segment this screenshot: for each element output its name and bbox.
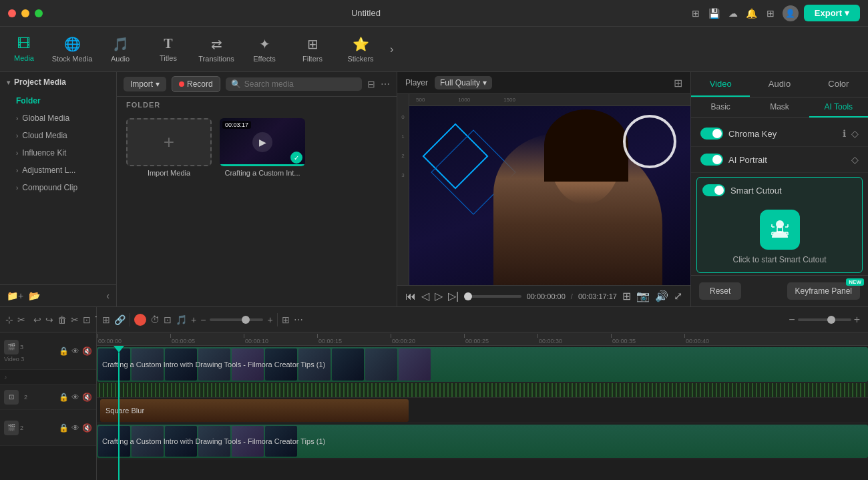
tl-grid-icon[interactable]: ⊞ [282,314,290,325]
close-button[interactable] [8,9,16,17]
crop-tool[interactable]: ⊡ [83,314,91,325]
export-button[interactable]: Export ▾ [804,5,860,21]
video2-content[interactable]: Crafting a Custom Intro with Drawing Too… [97,425,868,458]
sidebar-item-influence-kit[interactable]: › Influence Kit [0,144,116,162]
import-button[interactable]: Import ▾ [124,77,166,91]
quality-select[interactable]: Full Quality ▾ [435,76,492,89]
volume-button[interactable]: 🔊 [655,290,668,302]
toolbar-stickers[interactable]: ⭐ Stickers [337,27,385,72]
toolbar-more-chevron[interactable]: › [385,43,399,55]
tl-audio-icon[interactable]: 🎵 [176,314,187,325]
blur-eye-icon[interactable]: 👁 [71,393,79,402]
chroma-key-toggle[interactable] [700,128,723,140]
add-folder-icon[interactable]: 📁+ [7,290,23,301]
subtab-mask[interactable]: Mask [750,97,809,117]
track2-eye-icon[interactable]: 👁 [71,423,79,433]
toolbar-titles[interactable]: T Titles [144,27,192,72]
open-folder-icon[interactable]: 📂 [29,290,40,301]
filter-icon[interactable]: ⊟ [367,79,375,89]
play-button[interactable]: ▷ [435,290,443,302]
toolbar-effects[interactable]: ✦ Effects [240,27,288,72]
reset-button[interactable]: Reset [699,282,741,300]
tl-add-track-icon[interactable]: ⊞ [102,314,110,325]
frame-forward-button[interactable]: ▷| [448,290,459,302]
grid-icon[interactable]: ⊞ [764,7,777,20]
aspect-ratio-button[interactable]: ⊞ [622,290,631,302]
minimize-button[interactable] [21,9,29,17]
tl-link-icon[interactable]: 🔗 [114,314,126,325]
ai-portrait-toggle[interactable] [700,154,723,166]
record-button[interactable]: Record [172,76,220,92]
zoom-in-button[interactable]: + [854,314,860,326]
user-avatar[interactable]: 👤 [783,5,799,21]
video-media-item[interactable]: ▶ 00:03:17 ✓ Crafting a Custom Int... [220,118,305,177]
select-tool[interactable]: ⊹ [5,314,13,325]
tl-dots-icon[interactable]: ⋯ [294,314,303,325]
project-media-section[interactable]: ▾ Project Media [0,72,116,92]
tab-video[interactable]: Video [691,72,750,97]
chroma-key-diamond-icon[interactable]: ◇ [851,128,859,139]
track2-lock-icon[interactable]: 🔒 [59,423,69,433]
timeline-scrubber[interactable] [464,295,521,298]
import-thumb[interactable]: + [126,118,212,166]
smart-cutout-toggle[interactable] [702,184,725,196]
sidebar-item-cloud-media[interactable]: › Cloud Media [0,127,116,144]
zoom-slider[interactable] [798,318,851,321]
toolbar-transitions[interactable]: ⇄ Transitions [192,27,240,72]
undo-tool[interactable]: ↩ [33,314,41,325]
sidebar-item-compound-clip[interactable]: › Compound Clip [0,179,116,196]
subtab-ai-tools[interactable]: AI Tools [809,97,868,117]
tl-mark-icon[interactable]: ⊡ [164,314,172,325]
track3-eye-icon[interactable]: 👁 [71,346,79,356]
toolbar-stock-media[interactable]: 🌐 Stock Media [48,27,96,72]
zoom-out-button[interactable]: − [789,314,795,326]
screen-icon[interactable]: ⊞ [689,7,702,20]
preview-settings-icon[interactable]: ⊞ [674,77,682,89]
tl-plus-icon[interactable]: + [267,314,272,325]
collapse-icon[interactable]: ‹ [106,290,110,301]
delete-tool[interactable]: 🗑 [57,314,67,325]
fullscreen-button[interactable]: ⤢ [674,290,682,302]
tab-audio[interactable]: Audio [750,72,809,97]
save-icon[interactable]: 💾 [708,7,721,20]
track2-mute-icon[interactable]: 🔇 [82,423,92,433]
chroma-key-info-icon[interactable]: ℹ [843,128,846,139]
sidebar-item-folder[interactable]: Folder [0,92,116,109]
snapshot-button[interactable]: 📷 [636,290,650,302]
tl-minus-icon[interactable]: − [200,314,206,325]
tab-color[interactable]: Color [809,72,868,97]
blur-lock-icon[interactable]: 🔒 [59,393,69,402]
timeline-volume-slider[interactable] [210,318,263,321]
ai-portrait-diamond-icon[interactable]: ◇ [851,154,859,165]
skip-back-button[interactable]: ⏮ [405,290,416,302]
import-media-item[interactable]: + Import Media [126,118,212,177]
cut-tool[interactable]: ✂ [17,314,25,325]
redo-tool[interactable]: ↪ [45,314,53,325]
frame-back-button[interactable]: ◁ [421,290,429,302]
blur-mute-icon[interactable]: 🔇 [82,393,92,402]
tl-speed-icon[interactable]: ⏱ [150,314,160,325]
bell-icon[interactable]: 🔔 [745,7,758,20]
subtab-basic[interactable]: Basic [691,97,750,117]
smart-cutout-start-button[interactable] [760,210,800,250]
toolbar-media[interactable]: 🎞 Media [0,27,48,72]
video-thumb[interactable]: ▶ 00:03:17 ✓ [220,118,305,166]
video3-content[interactable]: Crafting a Custom Intro with Drawing Too… [97,347,868,382]
cloud-icon[interactable]: ☁ [726,7,740,20]
media-grid: + Import Media ▶ 00:03:17 ✓ Crafting a C… [117,113,397,182]
maximize-button[interactable] [35,9,43,17]
scissors-tool[interactable]: ✂ [71,314,79,325]
track3-lock-icon[interactable]: 🔒 [59,346,69,356]
tl-add-media-icon[interactable]: + [191,314,196,325]
more-icon[interactable]: ⋯ [381,79,390,89]
toolbar-filters[interactable]: ⊞ Filters [288,27,337,72]
search-input[interactable] [244,79,357,89]
track3-mute-icon[interactable]: 🔇 [82,346,92,356]
blur-content[interactable]: Square Blur [100,399,409,422]
toolbar-audio[interactable]: 🎵 Audio [96,27,144,72]
timeline-record-button[interactable] [134,314,146,326]
tl-separator [130,313,130,326]
keyframe-panel-button[interactable]: Keyframe Panel NEW [787,282,860,300]
sidebar-item-adjustment[interactable]: › Adjustment L... [0,162,116,179]
sidebar-item-global-media[interactable]: › Global Media [0,109,116,127]
